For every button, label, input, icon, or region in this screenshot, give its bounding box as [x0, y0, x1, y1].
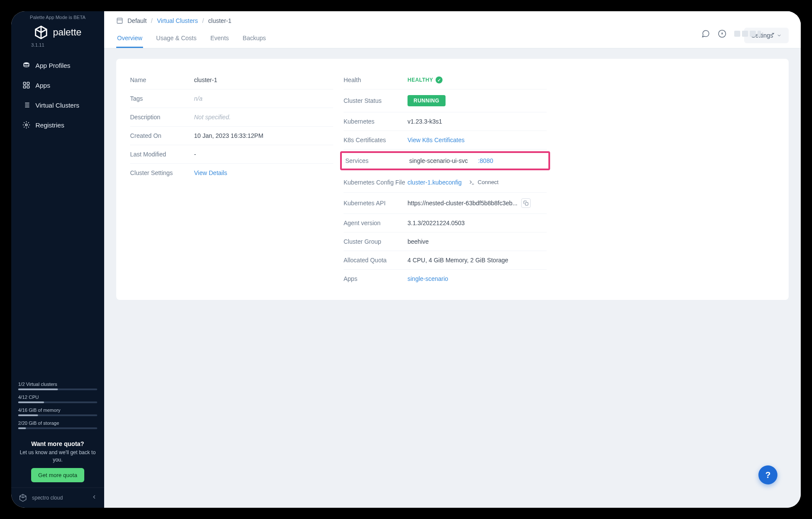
- get-more-quota-button[interactable]: Get more quota: [31, 468, 84, 482]
- main-content: Default / Virtual Clusters / cluster-1 O…: [104, 11, 801, 508]
- svg-rect-15: [117, 18, 122, 23]
- svg-marker-13: [721, 32, 723, 35]
- brand-text: palette: [53, 27, 81, 38]
- sidebar-item-apps[interactable]: Apps: [15, 75, 101, 95]
- sidebar-item-app-profiles[interactable]: App Profiles: [15, 55, 101, 75]
- team-avatars[interactable]: [734, 31, 761, 37]
- service-port-link[interactable]: :8080: [478, 157, 493, 164]
- breadcrumb-parent[interactable]: Virtual Clusters: [157, 17, 198, 24]
- health-badge: HEALTHY✓: [408, 76, 443, 83]
- tab-overview[interactable]: Overview: [116, 29, 143, 48]
- palette-logo-icon: [34, 25, 48, 40]
- top-icons: [701, 29, 777, 38]
- gear-icon: [22, 121, 30, 129]
- sidebar-item-registries[interactable]: Registries: [15, 115, 101, 135]
- help-button[interactable]: ?: [758, 465, 777, 484]
- view-details-link[interactable]: View Details: [194, 169, 227, 176]
- app-link[interactable]: single-scenario: [408, 275, 448, 282]
- quota-cta: Want more quota? Let us know and we'll g…: [11, 437, 104, 487]
- quota-usage: 1/2 Virtual clusters 4/12 CPU 4/16 GiB o…: [11, 378, 104, 437]
- svg-rect-1: [23, 82, 25, 84]
- brand[interactable]: palette: [11, 22, 104, 41]
- svg-rect-4: [27, 86, 29, 88]
- connect-button[interactable]: Connect: [465, 178, 502, 187]
- sidebar: Palette App Mode is BETA palette 3.1.11 …: [11, 11, 104, 508]
- breadcrumb: Default / Virtual Clusters / cluster-1: [116, 11, 789, 26]
- details-panel: Namecluster-1 Tagsn/a DescriptionNot spe…: [116, 59, 789, 300]
- svg-rect-18: [525, 203, 528, 206]
- sidebar-item-label: Registries: [35, 121, 64, 129]
- left-column: Namecluster-1 Tagsn/a DescriptionNot spe…: [130, 71, 333, 288]
- beta-banner: Palette App Mode is BETA: [11, 11, 104, 22]
- list-icon: [22, 101, 30, 109]
- services-row: Servicessingle-scenario-ui-svc :8080: [340, 151, 550, 170]
- grid-icon: [22, 81, 30, 89]
- svg-rect-2: [27, 82, 29, 84]
- sidebar-item-label: Apps: [35, 82, 50, 89]
- breadcrumb-current: cluster-1: [208, 17, 232, 24]
- tab-backups[interactable]: Backups: [242, 29, 267, 48]
- cluster-name: cluster-1: [194, 76, 333, 83]
- quota-cta-title: Want more quota?: [16, 440, 99, 447]
- spectro-footer: spectro cloud: [11, 487, 104, 508]
- sidebar-nav: App Profiles Apps Virtual Clusters Regis…: [11, 55, 104, 135]
- menu-caret-icon[interactable]: [769, 29, 777, 38]
- chat-icon[interactable]: [701, 29, 710, 38]
- sidebar-item-label: App Profiles: [35, 62, 70, 69]
- cluster-description: Not specified.: [194, 114, 333, 121]
- svg-marker-14: [772, 33, 774, 35]
- spectro-logo-icon: [18, 493, 28, 503]
- svg-point-0: [24, 62, 29, 64]
- sidebar-item-label: Virtual Clusters: [35, 102, 79, 109]
- k8s-version: v1.23.3-k3s1: [408, 118, 547, 125]
- service-name: single-scenario-ui-svc: [409, 157, 468, 164]
- status-badge: RUNNING: [408, 95, 446, 106]
- terminal-icon: [469, 179, 475, 185]
- agent-version: 3.1.3/20221224.0503: [408, 220, 547, 226]
- version-label: 3.1.11: [24, 41, 104, 55]
- cluster-group: beehive: [408, 238, 547, 245]
- kubeconfig-link[interactable]: cluster-1.kubeconfig: [408, 179, 462, 186]
- view-certs-link[interactable]: View K8s Certificates: [408, 137, 465, 143]
- tabs: Overview Usage & Costs Events Backups: [116, 29, 267, 48]
- k8s-api-url: https://nested-cluster-63bdf5b8b8fc3eb..…: [408, 200, 518, 207]
- sidebar-item-virtual-clusters[interactable]: Virtual Clusters: [15, 95, 101, 115]
- cluster-created: 10 Jan, 2023 16:33:12PM: [194, 132, 333, 139]
- copy-api-button[interactable]: [521, 198, 531, 208]
- right-column: HealthHEALTHY✓ Cluster StatusRUNNING Kub…: [344, 71, 547, 288]
- layers-icon: [22, 61, 30, 69]
- topbar: Default / Virtual Clusters / cluster-1 O…: [104, 11, 801, 48]
- compass-icon[interactable]: [718, 29, 726, 38]
- breadcrumb-project[interactable]: Default: [127, 17, 146, 24]
- copy-icon: [523, 201, 529, 206]
- tab-usage-costs[interactable]: Usage & Costs: [155, 29, 197, 48]
- svg-point-11: [25, 124, 28, 126]
- spectro-text: spectro cloud: [32, 495, 63, 501]
- tab-events[interactable]: Events: [210, 29, 230, 48]
- cluster-tags: n/a: [194, 95, 333, 102]
- allocated-quota: 4 CPU, 4 GiB Memory, 2 GiB Storage: [408, 257, 547, 264]
- quota-cta-sub: Let us know and we'll get back to you.: [16, 449, 99, 464]
- cluster-modified: -: [194, 151, 333, 158]
- svg-rect-3: [23, 86, 25, 88]
- collapse-sidebar-button[interactable]: [91, 494, 97, 502]
- project-icon: [116, 17, 123, 24]
- check-icon: ✓: [436, 76, 443, 83]
